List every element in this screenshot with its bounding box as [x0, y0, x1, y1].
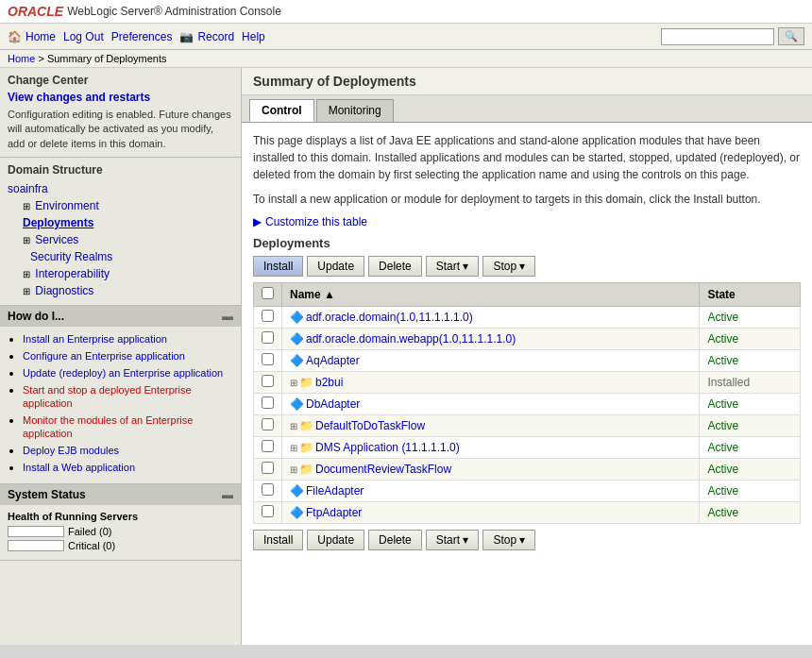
system-status-collapse[interactable]: ▬: [222, 488, 233, 501]
breadcrumb-home[interactable]: Home: [8, 53, 35, 64]
preferences-link[interactable]: Preferences: [111, 30, 173, 43]
row-checkbox[interactable]: [262, 462, 274, 474]
row-checkbox[interactable]: [262, 310, 274, 322]
home-icon: 🏠: [8, 30, 22, 43]
how-link-5[interactable]: Monitor the modules of an Enterprise app…: [23, 414, 193, 439]
table-row: ⊞📁DocumentReviewTaskFlowActive: [254, 459, 801, 481]
bottom-stop-button[interactable]: Stop ▾: [482, 530, 535, 550]
how-link-1[interactable]: Install an Enterprise application: [23, 333, 167, 345]
customize-link[interactable]: ▶ Customize this table: [253, 215, 801, 228]
expand-icon[interactable]: ⊞: [290, 378, 297, 388]
how-link-2[interactable]: Configure an Enterprise application: [23, 350, 185, 362]
how-link-7[interactable]: Install a Web application: [23, 462, 135, 473]
app-name-link[interactable]: DefaultToDoTaskFlow: [315, 419, 425, 432]
app-icon: 🔷: [290, 506, 304, 519]
bottom-toolbar: Install Update Delete Start ▾ Stop ▾: [253, 530, 801, 550]
home-link[interactable]: Home: [25, 30, 56, 43]
expand-icon[interactable]: ⊞: [290, 421, 297, 431]
tree-root[interactable]: soainfra: [0, 180, 241, 197]
tab-monitoring[interactable]: Monitoring: [316, 99, 394, 122]
app-name-link[interactable]: adf.oracle.domain(1.0,11.1.1.1.0): [306, 311, 473, 324]
app-name-link[interactable]: FtpAdapter: [306, 506, 362, 519]
breadcrumb-current: Summary of Deployments: [47, 53, 167, 64]
expand-icon[interactable]: ⊞: [290, 464, 297, 475]
breadcrumb: Home > Summary of Deployments: [0, 50, 812, 68]
tree-item-deployments[interactable]: Deployments: [0, 214, 241, 231]
how-do-i-content: Install an Enterprise application Config…: [0, 327, 241, 483]
system-status-subtitle: Health of Running Servers: [8, 511, 233, 522]
app-name-link[interactable]: FileAdapter: [306, 484, 364, 498]
record-link[interactable]: Record: [197, 30, 234, 43]
row-checkbox[interactable]: [262, 353, 274, 365]
page-title: Summary of Deployments: [253, 74, 801, 89]
how-do-i-header[interactable]: How do I... ▬: [0, 306, 241, 327]
tree-link-services[interactable]: Services: [35, 233, 78, 246]
how-link-3[interactable]: Update (redeploy) an Enterprise applicat…: [23, 367, 223, 379]
how-do-i-collapse[interactable]: ▬: [222, 310, 233, 323]
tab-control[interactable]: Control: [249, 99, 314, 122]
tree-link-deployments[interactable]: Deployments: [23, 216, 93, 229]
row-checkbox-cell: [254, 372, 282, 394]
row-checkbox[interactable]: [262, 440, 274, 452]
tree-item-environment[interactable]: ⊞ Environment: [0, 197, 241, 214]
bottom-install-button[interactable]: Install: [253, 530, 303, 550]
list-item: Configure an Enterprise application: [23, 349, 233, 363]
content-area: This page displays a list of Java EE app…: [242, 123, 812, 560]
tree-item-services[interactable]: ⊞ Services: [0, 231, 241, 248]
top-nav: 🏠 Home Log Out Preferences 📷 Record Help…: [0, 24, 812, 50]
domain-structure: Domain Structure soainfra ⊞ Environment …: [0, 158, 241, 306]
change-center-link[interactable]: View changes and restarts: [8, 91, 150, 104]
app-name-link[interactable]: AqAdapter: [306, 354, 360, 367]
bottom-start-button[interactable]: Start ▾: [426, 530, 480, 550]
app-name-link[interactable]: DocumentReviewTaskFlow: [315, 463, 451, 476]
description-1: This page displays a list of Java EE app…: [253, 132, 801, 183]
logo-area: ORACLE WebLogic Server® Administration C…: [8, 4, 281, 19]
tree-item-interoperability[interactable]: ⊞ Interoperability: [0, 265, 241, 282]
bottom-update-button[interactable]: Update: [307, 530, 364, 550]
how-do-i: How do I... ▬ Install an Enterprise appl…: [0, 306, 241, 484]
tree-item-diagnostics[interactable]: ⊞ Diagnostics: [0, 282, 241, 299]
update-button[interactable]: Update: [307, 256, 364, 277]
tree-item-security-realms[interactable]: Security Realms: [0, 248, 241, 265]
row-checkbox[interactable]: [262, 396, 274, 409]
tree-link-interoperability[interactable]: Interoperability: [35, 267, 110, 280]
app-name-link[interactable]: b2bui: [315, 376, 343, 389]
system-status-content: Health of Running Servers Failed (0) Cri…: [0, 505, 241, 560]
list-item: Start and stop a deployed Enterprise app…: [23, 383, 233, 410]
app-name-link[interactable]: DMS Application (11.1.1.1.0): [315, 441, 460, 454]
expand-icon[interactable]: ⊞: [290, 443, 297, 453]
app-name-link[interactable]: DbAdapter: [306, 397, 360, 411]
install-button[interactable]: Install: [253, 256, 303, 277]
select-all-checkbox[interactable]: [262, 287, 274, 299]
tree-link-environment[interactable]: Environment: [35, 199, 98, 212]
delete-button[interactable]: Delete: [368, 256, 422, 277]
start-button[interactable]: Start ▾: [426, 256, 480, 277]
row-name-cell: 🔷adf.oracle.domain.webapp(1.0,11.1.1.1.0…: [282, 329, 700, 350]
how-link-6[interactable]: Deploy EJB modules: [23, 445, 119, 456]
row-checkbox[interactable]: [262, 418, 274, 430]
how-link-4[interactable]: Start and stop a deployed Enterprise app…: [23, 384, 192, 409]
status-label-failed: Failed (0): [68, 526, 111, 537]
help-link[interactable]: Help: [242, 30, 265, 43]
app-name-link[interactable]: adf.oracle.domain.webapp(1.0,11.1.1.1.0): [306, 332, 516, 346]
search-button[interactable]: 🔍: [778, 27, 804, 45]
row-checkbox[interactable]: [262, 483, 274, 496]
tree-root-link[interactable]: soainfra: [8, 182, 48, 195]
stop-button[interactable]: Stop ▾: [482, 256, 535, 277]
row-state-cell: Installed: [700, 372, 801, 394]
row-name-cell: 🔷FileAdapter: [282, 481, 700, 502]
tree-link-diagnostics[interactable]: Diagnostics: [35, 284, 93, 297]
row-checkbox[interactable]: [262, 375, 274, 387]
row-checkbox[interactable]: [262, 331, 274, 344]
row-checkbox[interactable]: [262, 505, 274, 517]
row-state-cell: Active: [700, 459, 801, 481]
row-checkbox-cell: [254, 481, 282, 502]
tree-link-security-realms[interactable]: Security Realms: [30, 250, 112, 263]
bottom-delete-button[interactable]: Delete: [368, 530, 422, 550]
col-checkbox-header: [254, 283, 282, 307]
page-header: Summary of Deployments: [242, 68, 812, 95]
search-input[interactable]: [661, 28, 774, 45]
logout-link[interactable]: Log Out: [63, 30, 104, 43]
table-row: 🔷adf.oracle.domain.webapp(1.0,11.1.1.1.0…: [254, 329, 801, 350]
system-status-header[interactable]: System Status ▬: [0, 484, 241, 505]
